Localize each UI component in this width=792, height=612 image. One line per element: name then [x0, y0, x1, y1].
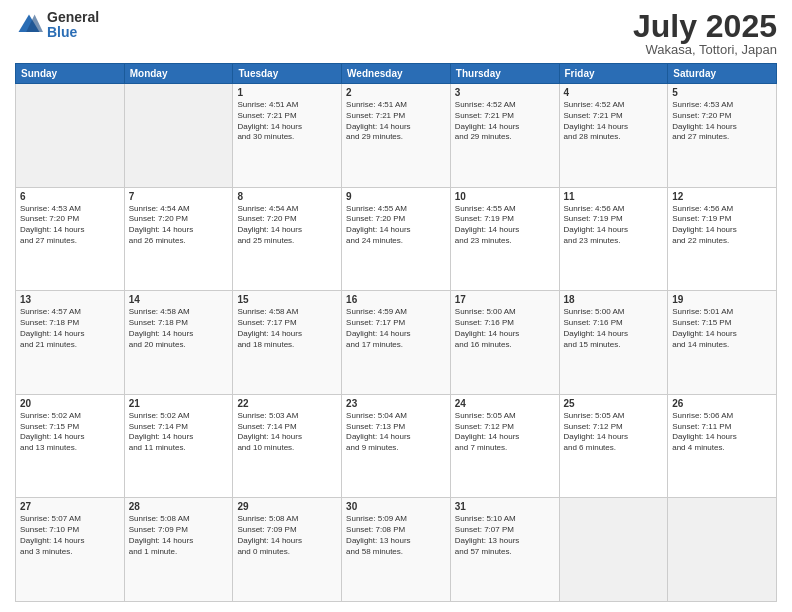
calendar-cell: 9Sunrise: 4:55 AM Sunset: 7:20 PM Daylig… [342, 187, 451, 291]
calendar-week-1: 1Sunrise: 4:51 AM Sunset: 7:21 PM Daylig… [16, 84, 777, 188]
day-number: 30 [346, 501, 446, 512]
weekday-header-tuesday: Tuesday [233, 64, 342, 84]
day-number: 18 [564, 294, 664, 305]
weekday-header-monday: Monday [124, 64, 233, 84]
month-title: July 2025 [633, 10, 777, 42]
calendar-cell: 8Sunrise: 4:54 AM Sunset: 7:20 PM Daylig… [233, 187, 342, 291]
day-number: 11 [564, 191, 664, 202]
weekday-header-friday: Friday [559, 64, 668, 84]
calendar-table: SundayMondayTuesdayWednesdayThursdayFrid… [15, 63, 777, 602]
calendar-cell: 25Sunrise: 5:05 AM Sunset: 7:12 PM Dayli… [559, 394, 668, 498]
calendar-cell: 31Sunrise: 5:10 AM Sunset: 7:07 PM Dayli… [450, 498, 559, 602]
title-section: July 2025 Wakasa, Tottori, Japan [633, 10, 777, 57]
day-number: 1 [237, 87, 337, 98]
day-number: 13 [20, 294, 120, 305]
day-number: 25 [564, 398, 664, 409]
day-number: 23 [346, 398, 446, 409]
calendar-cell: 13Sunrise: 4:57 AM Sunset: 7:18 PM Dayli… [16, 291, 125, 395]
day-number: 7 [129, 191, 229, 202]
calendar-cell: 23Sunrise: 5:04 AM Sunset: 7:13 PM Dayli… [342, 394, 451, 498]
day-info: Sunrise: 5:01 AM Sunset: 7:15 PM Dayligh… [672, 307, 772, 350]
calendar-cell: 1Sunrise: 4:51 AM Sunset: 7:21 PM Daylig… [233, 84, 342, 188]
logo: General Blue [15, 10, 99, 41]
calendar-cell: 18Sunrise: 5:00 AM Sunset: 7:16 PM Dayli… [559, 291, 668, 395]
logo-text: General Blue [47, 10, 99, 41]
calendar-week-2: 6Sunrise: 4:53 AM Sunset: 7:20 PM Daylig… [16, 187, 777, 291]
day-info: Sunrise: 4:53 AM Sunset: 7:20 PM Dayligh… [672, 100, 772, 143]
day-number: 4 [564, 87, 664, 98]
day-number: 3 [455, 87, 555, 98]
calendar-week-4: 20Sunrise: 5:02 AM Sunset: 7:15 PM Dayli… [16, 394, 777, 498]
day-number: 28 [129, 501, 229, 512]
calendar-cell [559, 498, 668, 602]
day-number: 17 [455, 294, 555, 305]
calendar-cell: 7Sunrise: 4:54 AM Sunset: 7:20 PM Daylig… [124, 187, 233, 291]
calendar-cell: 29Sunrise: 5:08 AM Sunset: 7:09 PM Dayli… [233, 498, 342, 602]
header: General Blue July 2025 Wakasa, Tottori, … [15, 10, 777, 57]
day-info: Sunrise: 4:51 AM Sunset: 7:21 PM Dayligh… [346, 100, 446, 143]
day-number: 15 [237, 294, 337, 305]
calendar-cell: 19Sunrise: 5:01 AM Sunset: 7:15 PM Dayli… [668, 291, 777, 395]
day-info: Sunrise: 4:53 AM Sunset: 7:20 PM Dayligh… [20, 204, 120, 247]
calendar-cell: 5Sunrise: 4:53 AM Sunset: 7:20 PM Daylig… [668, 84, 777, 188]
day-info: Sunrise: 5:00 AM Sunset: 7:16 PM Dayligh… [564, 307, 664, 350]
calendar-cell: 2Sunrise: 4:51 AM Sunset: 7:21 PM Daylig… [342, 84, 451, 188]
weekday-header-thursday: Thursday [450, 64, 559, 84]
logo-icon [15, 11, 43, 39]
day-number: 8 [237, 191, 337, 202]
day-info: Sunrise: 4:56 AM Sunset: 7:19 PM Dayligh… [564, 204, 664, 247]
day-info: Sunrise: 5:08 AM Sunset: 7:09 PM Dayligh… [237, 514, 337, 557]
day-info: Sunrise: 5:08 AM Sunset: 7:09 PM Dayligh… [129, 514, 229, 557]
day-info: Sunrise: 5:00 AM Sunset: 7:16 PM Dayligh… [455, 307, 555, 350]
day-number: 9 [346, 191, 446, 202]
calendar-cell [668, 498, 777, 602]
day-info: Sunrise: 5:10 AM Sunset: 7:07 PM Dayligh… [455, 514, 555, 557]
day-info: Sunrise: 5:05 AM Sunset: 7:12 PM Dayligh… [455, 411, 555, 454]
calendar-cell [124, 84, 233, 188]
day-number: 12 [672, 191, 772, 202]
calendar-cell: 4Sunrise: 4:52 AM Sunset: 7:21 PM Daylig… [559, 84, 668, 188]
day-number: 16 [346, 294, 446, 305]
day-info: Sunrise: 5:09 AM Sunset: 7:08 PM Dayligh… [346, 514, 446, 557]
weekday-header-wednesday: Wednesday [342, 64, 451, 84]
calendar-cell: 20Sunrise: 5:02 AM Sunset: 7:15 PM Dayli… [16, 394, 125, 498]
day-info: Sunrise: 4:55 AM Sunset: 7:19 PM Dayligh… [455, 204, 555, 247]
calendar-cell: 22Sunrise: 5:03 AM Sunset: 7:14 PM Dayli… [233, 394, 342, 498]
calendar-cell: 28Sunrise: 5:08 AM Sunset: 7:09 PM Dayli… [124, 498, 233, 602]
calendar-cell: 15Sunrise: 4:58 AM Sunset: 7:17 PM Dayli… [233, 291, 342, 395]
day-info: Sunrise: 4:54 AM Sunset: 7:20 PM Dayligh… [129, 204, 229, 247]
day-info: Sunrise: 5:03 AM Sunset: 7:14 PM Dayligh… [237, 411, 337, 454]
day-info: Sunrise: 4:58 AM Sunset: 7:18 PM Dayligh… [129, 307, 229, 350]
logo-blue-text: Blue [47, 25, 99, 40]
day-number: 21 [129, 398, 229, 409]
calendar-cell [16, 84, 125, 188]
day-number: 6 [20, 191, 120, 202]
day-info: Sunrise: 4:57 AM Sunset: 7:18 PM Dayligh… [20, 307, 120, 350]
day-number: 19 [672, 294, 772, 305]
day-info: Sunrise: 5:04 AM Sunset: 7:13 PM Dayligh… [346, 411, 446, 454]
logo-general: General [47, 10, 99, 25]
calendar-cell: 16Sunrise: 4:59 AM Sunset: 7:17 PM Dayli… [342, 291, 451, 395]
day-info: Sunrise: 5:07 AM Sunset: 7:10 PM Dayligh… [20, 514, 120, 557]
day-info: Sunrise: 4:51 AM Sunset: 7:21 PM Dayligh… [237, 100, 337, 143]
day-number: 24 [455, 398, 555, 409]
weekday-header-saturday: Saturday [668, 64, 777, 84]
day-info: Sunrise: 5:06 AM Sunset: 7:11 PM Dayligh… [672, 411, 772, 454]
day-info: Sunrise: 4:52 AM Sunset: 7:21 PM Dayligh… [455, 100, 555, 143]
day-number: 27 [20, 501, 120, 512]
calendar-cell: 26Sunrise: 5:06 AM Sunset: 7:11 PM Dayli… [668, 394, 777, 498]
location: Wakasa, Tottori, Japan [633, 42, 777, 57]
day-number: 2 [346, 87, 446, 98]
calendar-cell: 12Sunrise: 4:56 AM Sunset: 7:19 PM Dayli… [668, 187, 777, 291]
day-info: Sunrise: 4:58 AM Sunset: 7:17 PM Dayligh… [237, 307, 337, 350]
day-info: Sunrise: 5:05 AM Sunset: 7:12 PM Dayligh… [564, 411, 664, 454]
day-info: Sunrise: 4:59 AM Sunset: 7:17 PM Dayligh… [346, 307, 446, 350]
day-number: 10 [455, 191, 555, 202]
calendar-cell: 21Sunrise: 5:02 AM Sunset: 7:14 PM Dayli… [124, 394, 233, 498]
day-info: Sunrise: 4:55 AM Sunset: 7:20 PM Dayligh… [346, 204, 446, 247]
day-number: 29 [237, 501, 337, 512]
calendar-cell: 24Sunrise: 5:05 AM Sunset: 7:12 PM Dayli… [450, 394, 559, 498]
weekday-header-sunday: Sunday [16, 64, 125, 84]
day-info: Sunrise: 5:02 AM Sunset: 7:15 PM Dayligh… [20, 411, 120, 454]
calendar-cell: 11Sunrise: 4:56 AM Sunset: 7:19 PM Dayli… [559, 187, 668, 291]
